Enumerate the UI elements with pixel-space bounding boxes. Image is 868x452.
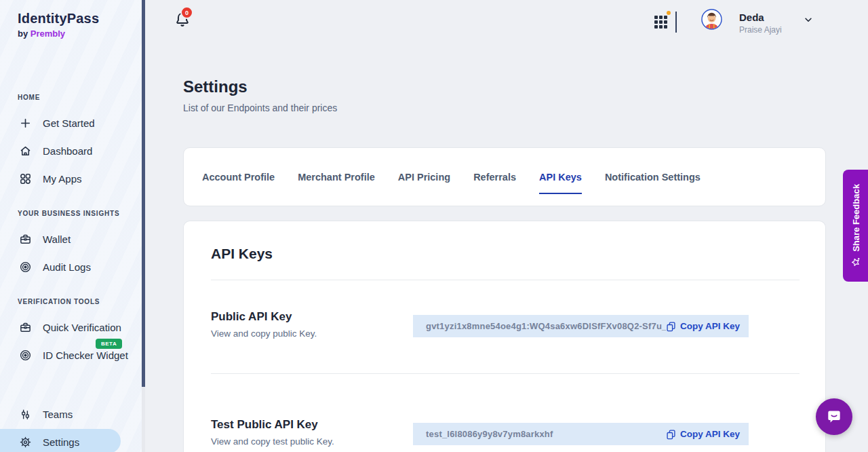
tab-account-profile[interactable]: Account Profile bbox=[202, 172, 275, 183]
sidebar-item-dashboard[interactable]: Dashboard bbox=[0, 140, 129, 162]
brand-logo: IdentityPass by Prembly bbox=[18, 11, 99, 39]
sliders-icon bbox=[19, 408, 32, 421]
divider bbox=[211, 373, 800, 374]
copy-label: Copy API Key bbox=[680, 429, 740, 439]
public-key-value: gvt1yzi1x8mne54oe4g1:WQ4sa6xw6DlSfFXv08Q… bbox=[426, 321, 666, 331]
avatar[interactable] bbox=[701, 9, 722, 30]
copy-icon bbox=[666, 321, 676, 332]
sidebar-item-label: Teams bbox=[43, 409, 73, 420]
test-key-value: test_l6l8086y9y8v7ym8arkxhf bbox=[426, 429, 666, 439]
tab-referrals[interactable]: Referrals bbox=[473, 172, 516, 183]
user-name: Deda bbox=[739, 12, 782, 23]
settings-tabs: Account Profile Merchant Profile API Pri… bbox=[183, 147, 826, 206]
apps-notification-dot bbox=[667, 11, 671, 15]
sidebar-item-label: My Apps bbox=[43, 173, 82, 185]
app-window: IdentityPass by Prembly HOME Get Started… bbox=[0, 0, 868, 452]
test-key-title: Test Public API Key bbox=[211, 418, 318, 432]
public-key-field: gvt1yzi1x8mne54oe4g1:WQ4sa6xw6DlSfFXv08Q… bbox=[413, 315, 749, 337]
notifications-button[interactable]: 0 bbox=[174, 10, 194, 32]
beta-badge: BETA bbox=[96, 339, 122, 349]
sidebar-item-my-apps[interactable]: My Apps bbox=[0, 168, 129, 189]
brand-byline-name: Prembly bbox=[31, 29, 65, 39]
copy-label: Copy API Key bbox=[680, 321, 740, 331]
test-key-field: test_l6l8086y9y8v7ym8arkxhf Copy API Key bbox=[413, 423, 749, 445]
sidebar-item-label: ID Checker Widget bbox=[43, 350, 128, 361]
tab-api-keys[interactable]: API Keys bbox=[539, 172, 582, 183]
sidebar-item-label: Get Started bbox=[43, 117, 95, 129]
brand-byline: by Prembly bbox=[18, 29, 99, 39]
divider bbox=[211, 280, 800, 280]
page-subtitle: List of our Endpoints and their prices bbox=[183, 102, 337, 113]
sidebar-item-get-started[interactable]: Get Started bbox=[0, 112, 129, 134]
tab-notification-settings[interactable]: Notification Settings bbox=[605, 172, 701, 183]
grid-icon bbox=[654, 16, 669, 29]
share-feedback-button[interactable]: Share Feedback bbox=[843, 170, 868, 282]
gear-icon bbox=[19, 436, 32, 449]
copy-public-key-button[interactable]: Copy API Key bbox=[666, 321, 740, 332]
header-divider bbox=[675, 12, 677, 33]
card-heading: API Keys bbox=[211, 246, 273, 262]
copy-test-key-button[interactable]: Copy API Key bbox=[666, 429, 740, 440]
apps-icon bbox=[19, 172, 32, 185]
share-feedback-label: Share Feedback bbox=[850, 184, 861, 252]
brand-name: IdentityPass bbox=[18, 11, 99, 26]
sidebar-item-label: Wallet bbox=[43, 233, 71, 245]
user-fullname: Praise Ajayi bbox=[739, 25, 782, 35]
api-keys-card: API Keys Public API Key View and copy pu… bbox=[183, 221, 826, 452]
sidebar: IdentityPass by Prembly HOME Get Started… bbox=[0, 0, 142, 452]
tab-api-pricing[interactable]: API Pricing bbox=[398, 172, 450, 183]
sidebar-item-wallet[interactable]: Wallet bbox=[0, 228, 129, 250]
notification-count-badge: 0 bbox=[180, 6, 193, 19]
test-key-subtitle: View and copy test public Key. bbox=[211, 436, 334, 447]
sidebar-item-label: Settings bbox=[43, 436, 79, 448]
sidebar-item-teams[interactable]: Teams bbox=[0, 403, 129, 425]
chevron-down-icon[interactable] bbox=[804, 15, 814, 26]
apps-grid-button[interactable] bbox=[654, 16, 669, 29]
sidebar-scrollbar-track[interactable] bbox=[142, 0, 145, 452]
sidebar-item-label: Quick Verification bbox=[43, 322, 121, 333]
briefcase-icon bbox=[19, 233, 32, 246]
public-key-subtitle: View and copy public Key. bbox=[211, 328, 317, 339]
sidebar-scrollbar-thumb[interactable] bbox=[142, 0, 145, 387]
plus-icon bbox=[19, 117, 32, 130]
user-menu[interactable]: Deda Praise Ajayi bbox=[739, 12, 782, 35]
public-key-title: Public API Key bbox=[211, 310, 292, 324]
section-label-insights: YOUR BUSINESS INSIGHTS bbox=[18, 210, 119, 217]
sidebar-item-quick-verification[interactable]: Quick Verification bbox=[0, 316, 129, 338]
section-label-home: HOME bbox=[18, 94, 40, 101]
copy-icon bbox=[666, 429, 676, 440]
sidebar-item-label: Dashboard bbox=[43, 145, 92, 157]
chat-icon bbox=[825, 408, 843, 426]
chat-launcher-button[interactable] bbox=[816, 398, 852, 435]
target-icon bbox=[19, 261, 32, 274]
sidebar-item-label: Audit Logs bbox=[43, 261, 91, 273]
section-label-tools: VERIFICATION TOOLS bbox=[18, 298, 100, 305]
home-icon bbox=[19, 145, 32, 157]
star-plus-icon bbox=[850, 256, 861, 267]
tab-merchant-profile[interactable]: Merchant Profile bbox=[298, 172, 375, 183]
briefcase-icon bbox=[19, 321, 32, 334]
target-icon bbox=[19, 349, 32, 362]
sidebar-item-settings[interactable]: Settings bbox=[0, 431, 129, 452]
sidebar-item-audit-logs[interactable]: Audit Logs bbox=[0, 256, 129, 278]
page-title: Settings bbox=[183, 77, 248, 96]
